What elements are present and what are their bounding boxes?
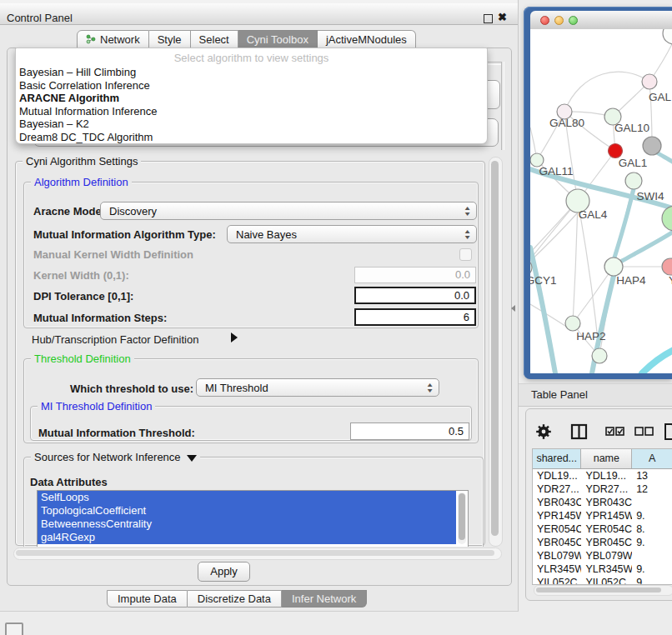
attribute-item[interactable]: TopologicalCoefficient	[38, 504, 456, 518]
network-node[interactable]	[662, 206, 672, 231]
aracne-mode-combobox[interactable]: Discovery ▲▼	[100, 202, 477, 220]
table-row[interactable]: YBR043CYBR043C	[533, 496, 672, 509]
table-cell: YBL079W	[581, 549, 632, 562]
table-row[interactable]: YDL19...YDL19...13	[533, 469, 672, 482]
tab-infer-network[interactable]: Infer Network	[282, 590, 367, 608]
select-all-checkboxes-icon[interactable]	[606, 428, 624, 435]
algorithm-option[interactable]: Dream8 DC_TDC Algorithm	[19, 131, 483, 144]
sources-title-text: Sources for Network Inference	[34, 451, 181, 463]
float-window-icon[interactable]	[484, 14, 493, 23]
network-node[interactable]	[663, 29, 672, 44]
attribute-item[interactable]: BetweennessCentrality	[38, 518, 456, 531]
close-icon[interactable]: ✖	[498, 11, 507, 23]
table-cell: YPR145W	[533, 509, 581, 522]
algorithm-option[interactable]: Mutual Information Inference	[19, 105, 483, 118]
column-header-shared-name[interactable]: shared...	[533, 449, 581, 468]
kernel-width-label: Kernel Width (0,1):	[33, 269, 129, 282]
splitter-collapse-arrow[interactable]	[511, 305, 515, 312]
gear-icon[interactable]	[536, 424, 551, 439]
tab-network[interactable]: Network	[77, 30, 149, 48]
network-node[interactable]	[592, 348, 607, 363]
table-row[interactable]: YPR145WYPR145W9.	[533, 509, 672, 522]
node-label: GAL11	[539, 165, 573, 178]
zoom-traffic-light-icon[interactable]	[569, 16, 578, 25]
algorithm-option[interactable]: Bayesian – K2	[19, 118, 483, 131]
expand-arrow-icon[interactable]	[231, 332, 238, 342]
network-window-titlebar[interactable]	[530, 11, 672, 30]
kernel-width-field[interactable]: 0.0	[354, 267, 476, 283]
collapse-arrow-icon[interactable]	[187, 455, 197, 462]
network-node-gal1[interactable]	[609, 144, 623, 158]
network-canvas[interactable]: GALGAL80GAL10GAL1GAL11SWI4GAL4GCY1HAP4YH…	[530, 29, 672, 373]
table-body: YDL19...YDL19...13YDR27...YDR27...12YBR0…	[533, 469, 672, 585]
table-cell: YIL052C	[533, 576, 581, 585]
control-panel-titlebar[interactable]: Control Panel ✖	[0, 3, 518, 25]
table-cell: YER054C	[581, 522, 632, 536]
tab-style[interactable]: Style	[149, 30, 191, 48]
mi-steps-field[interactable]: 6	[354, 308, 476, 326]
threshold-definition-title: Threshold Definition	[31, 352, 134, 365]
column-header-clipped[interactable]: A	[632, 449, 672, 468]
network-node-y[interactable]	[662, 258, 672, 275]
hub-section-label[interactable]: Hub/Transcription Factor Definition	[32, 333, 198, 346]
split-columns-icon[interactable]	[572, 425, 586, 438]
settings-scroll-viewport: Cyni Algorithm Settings Algorithm Defini…	[12, 153, 505, 547]
table-row[interactable]: YER054CYER054C8.	[533, 522, 672, 536]
algorithm-option[interactable]: Basic Correlation Inference	[19, 79, 483, 92]
apply-button[interactable]: Apply	[198, 562, 250, 582]
minimized-panel-icon[interactable]	[5, 622, 23, 635]
table-horizontal-scrollbar[interactable]	[534, 585, 672, 596]
settings-horizontal-scrollbar[interactable]	[13, 548, 502, 560]
tab-cyni-toolbox[interactable]: Cyni Toolbox	[238, 30, 318, 48]
mi-threshold-label: Mutual Information Threshold:	[38, 427, 195, 439]
tab-select[interactable]: Select	[191, 30, 238, 48]
algorithm-option[interactable]: Bayesian – Hill Climbing	[19, 66, 483, 79]
mi-type-label: Mutual Information Algorithm Type:	[33, 228, 216, 241]
scrollbar-thumb[interactable]	[16, 550, 494, 556]
attribute-item[interactable]: SelfLoops	[38, 491, 456, 504]
tab-select-label: Select	[199, 33, 229, 46]
table-row[interactable]: YBL079WYBL079W	[533, 549, 672, 562]
tab-impute-data[interactable]: Impute Data	[107, 590, 188, 608]
table-row[interactable]: YLR345WYLR345W9.	[533, 562, 672, 576]
manual-kernel-checkbox[interactable]	[459, 248, 472, 261]
mi-type-combobox[interactable]: Naive Bayes ▲▼	[227, 225, 477, 243]
network-node-hap4[interactable]	[604, 258, 623, 276]
algorithm-option[interactable]: ARACNE Algorithm	[19, 92, 483, 105]
which-threshold-combobox[interactable]: MI Threshold ▲▼	[196, 378, 439, 397]
minimize-traffic-light-icon[interactable]	[554, 16, 564, 25]
control-panel-window: Control Panel ✖ Network Style Select Cyn…	[0, 0, 519, 612]
node-label: GAL	[649, 91, 672, 103]
tab-network-label: Network	[100, 33, 140, 46]
table-cell: 9.	[632, 536, 672, 549]
close-traffic-light-icon[interactable]	[540, 16, 549, 25]
attribute-item[interactable]: gal4RGexp	[38, 531, 456, 544]
data-attributes-list[interactable]: SelfLoopsTopologicalCoefficientBetweenne…	[37, 490, 469, 547]
scrollbar-thumb[interactable]	[459, 493, 465, 540]
node-label: GAL4	[579, 208, 608, 221]
dpi-tolerance-field[interactable]: 0.0	[354, 287, 476, 304]
table-cell: 9.	[632, 562, 672, 576]
table-row[interactable]: YIL052CYIL052C9	[533, 576, 672, 585]
network-node-hap2[interactable]	[565, 316, 580, 331]
node-label: GAL80	[549, 117, 584, 129]
algorithm-popup-prompt: Select algorithm to view settings	[16, 52, 487, 64]
deselect-all-checkboxes-icon[interactable]	[635, 428, 653, 435]
network-node[interactable]	[643, 137, 661, 155]
network-node-swi4[interactable]	[625, 172, 642, 189]
column-header-name[interactable]: name	[581, 449, 632, 468]
network-node-gal[interactable]	[642, 74, 657, 89]
mi-steps-label: Mutual Information Steps:	[33, 312, 167, 324]
tab-jactivemnodules[interactable]: jActiveMNodules	[318, 30, 416, 48]
scrollbar-thumb[interactable]	[536, 588, 661, 592]
tab-discretize-data[interactable]: Discretize Data	[188, 590, 282, 608]
mi-threshold-field[interactable]: 0.5	[350, 422, 469, 440]
table-cell: YBR043C	[533, 496, 581, 509]
table-row[interactable]: YDR27...YDR27...12	[533, 482, 672, 496]
settings-vertical-scrollbar[interactable]	[489, 157, 503, 547]
file-icon[interactable]	[665, 424, 672, 439]
node-table[interactable]: shared... name A YDL19...YDL19...13YDR27…	[532, 448, 672, 585]
scrollbar-thumb[interactable]	[491, 161, 499, 536]
attributes-scrollbar[interactable]	[458, 492, 466, 544]
table-row[interactable]: YBR045CYBR045C9.	[533, 536, 672, 549]
